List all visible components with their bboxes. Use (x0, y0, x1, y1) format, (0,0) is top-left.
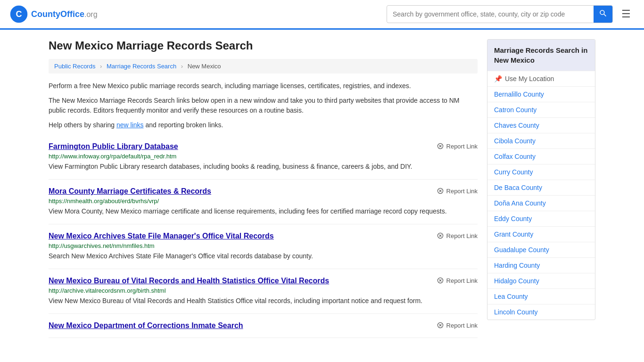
new-links-link[interactable]: new links (116, 121, 144, 129)
breadcrumb: Public Records › Marriage Records Search… (49, 59, 478, 74)
harding-county-link[interactable]: Harding County (494, 262, 540, 269)
sidebar-item-catron-county[interactable]: Catron County (487, 102, 595, 117)
curry-county-link[interactable]: Curry County (494, 168, 533, 176)
report-icon (437, 321, 444, 329)
location-pin-icon: 📌 (494, 75, 502, 82)
description-1: Perform a free New Mexico public marriag… (49, 81, 478, 91)
description-3: Help others by sharing new links and rep… (49, 120, 478, 130)
result-desc: View Mora County, New Mexico marriage ce… (49, 206, 478, 216)
grant-county-link[interactable]: Grant County (494, 230, 533, 238)
logo-text: CountyOffice.org (31, 9, 98, 19)
result-header: New Mexico Department of Corrections Inm… (49, 321, 478, 330)
result-desc: View New Mexico Bureau of Vital Records … (49, 296, 478, 306)
result-item: New Mexico Bureau of Vital Records and H… (49, 269, 478, 314)
sidebar-item-hidalgo-county[interactable]: Hidalgo County (487, 273, 595, 288)
search-icon (599, 9, 607, 17)
result-item: Mora County Marriage Certificates & Reco… (49, 180, 478, 224)
lincoln-county-link[interactable]: Lincoln County (494, 308, 538, 316)
report-icon (437, 142, 444, 150)
breadcrumb-new-mexico: New Mexico (188, 63, 221, 70)
sidebar-item-eddy-county[interactable]: Eddy County (487, 211, 595, 226)
result-desc: Search New Mexico Archives State File Ma… (49, 251, 478, 261)
sidebar-item-colfax-county[interactable]: Colfax County (487, 148, 595, 164)
svg-point-3 (600, 10, 604, 15)
colfax-county-link[interactable]: Colfax County (494, 153, 536, 160)
sidebar-item-lincoln-county[interactable]: Lincoln County (487, 304, 595, 320)
report-link-button[interactable]: Report Link (437, 142, 478, 150)
hidalgo-county-link[interactable]: Hidalgo County (494, 277, 539, 285)
sidebar-item-guadalupe-county[interactable]: Guadalupe County (487, 242, 595, 257)
sidebar-item-grant-county[interactable]: Grant County (487, 226, 595, 242)
sidebar-item-curry-county[interactable]: Curry County (487, 164, 595, 180)
logo-icon: C (9, 5, 28, 24)
report-link-button[interactable]: Report Link (437, 277, 478, 284)
sidebar-item-lea-county[interactable]: Lea County (487, 288, 595, 304)
search-button[interactable] (594, 6, 612, 23)
result-header: New Mexico Archives State File Manager's… (49, 232, 478, 240)
breadcrumb-sep-2: › (181, 63, 183, 70)
svg-line-4 (604, 14, 606, 16)
search-input[interactable] (387, 7, 594, 22)
report-icon (437, 277, 444, 284)
bernalillo-county-link[interactable]: Bernalillo County (494, 90, 544, 98)
result-desc: View Farmington Public Library research … (49, 162, 478, 172)
sidebar-item-cibola-county[interactable]: Cibola County (487, 133, 595, 148)
result-url: https://nmhealth.org/about/erd/bvrhs/vrp… (49, 197, 478, 205)
sidebar-item-harding-county[interactable]: Harding County (487, 257, 595, 273)
sidebar-item-de-baca-county[interactable]: De Baca County (487, 180, 595, 195)
sidebar-title: Marriage Records Search in New Mexico (487, 40, 595, 71)
result-title[interactable]: New Mexico Department of Corrections Inm… (49, 321, 243, 330)
logo[interactable]: C CountyOffice.org (9, 5, 98, 24)
result-item: New Mexico Department of Corrections Inm… (49, 314, 478, 338)
svg-text:C: C (16, 9, 22, 19)
hamburger-button[interactable]: ☰ (618, 6, 635, 22)
site-header: C CountyOffice.org ☰ (0, 0, 644, 30)
result-url: http://archive.vitalrecordsnm.org/birth.… (49, 287, 478, 294)
lea-county-link[interactable]: Lea County (494, 293, 528, 300)
result-title[interactable]: New Mexico Archives State File Manager's… (49, 232, 274, 240)
catron-county-link[interactable]: Catron County (494, 106, 537, 114)
dona-ana-county-link[interactable]: Doña Ana County (494, 199, 546, 207)
search-bar (387, 5, 613, 23)
chaves-county-link[interactable]: Chaves County (494, 122, 539, 129)
result-title[interactable]: New Mexico Bureau of Vital Records and H… (49, 277, 329, 285)
sidebar-item-chaves-county[interactable]: Chaves County (487, 117, 595, 133)
sidebar: Marriage Records Search in New Mexico 📌 … (487, 39, 595, 338)
de-baca-county-link[interactable]: De Baca County (494, 184, 542, 191)
result-title[interactable]: Farmington Public Library Database (49, 142, 178, 151)
header-right: ☰ (387, 5, 635, 23)
sidebar-box: Marriage Records Search in New Mexico 📌 … (487, 39, 595, 320)
sidebar-item-dona-ana-county[interactable]: Doña Ana County (487, 195, 595, 211)
content-area: New Mexico Marriage Records Search Publi… (49, 39, 478, 338)
report-icon (437, 232, 444, 239)
result-header: Farmington Public Library Database Repor… (49, 142, 478, 151)
guadalupe-county-link[interactable]: Guadalupe County (494, 246, 549, 254)
report-icon (437, 187, 444, 195)
result-title[interactable]: Mora County Marriage Certificates & Reco… (49, 187, 211, 196)
breadcrumb-marriage-records[interactable]: Marriage Records Search (107, 63, 176, 70)
result-url: http://www.infoway.org/rpa/default/rpa_r… (49, 153, 478, 160)
description-2: The New Mexico Marriage Records Search l… (49, 96, 478, 115)
breadcrumb-public-records[interactable]: Public Records (54, 63, 95, 70)
report-link-button[interactable]: Report Link (437, 232, 478, 239)
report-link-button[interactable]: Report Link (437, 187, 478, 195)
report-link-button[interactable]: Report Link (437, 321, 478, 329)
sidebar-use-my-location[interactable]: 📌 Use My Location (487, 71, 595, 86)
result-item: New Mexico Archives State File Manager's… (49, 224, 478, 269)
cibola-county-link[interactable]: Cibola County (494, 137, 536, 145)
result-header: Mora County Marriage Certificates & Reco… (49, 187, 478, 196)
result-header: New Mexico Bureau of Vital Records and H… (49, 277, 478, 285)
result-item: Farmington Public Library Database Repor… (49, 135, 478, 180)
result-url: http://usgwarchives.net/nm/nmfiles.htm (49, 242, 478, 249)
results-list: Farmington Public Library Database Repor… (49, 135, 478, 338)
page-title: New Mexico Marriage Records Search (49, 39, 478, 52)
sidebar-item-bernalillo-county[interactable]: Bernalillo County (487, 86, 595, 102)
main-container: New Mexico Marriage Records Search Publi… (39, 30, 605, 347)
breadcrumb-sep-1: › (100, 63, 102, 70)
eddy-county-link[interactable]: Eddy County (494, 215, 532, 222)
